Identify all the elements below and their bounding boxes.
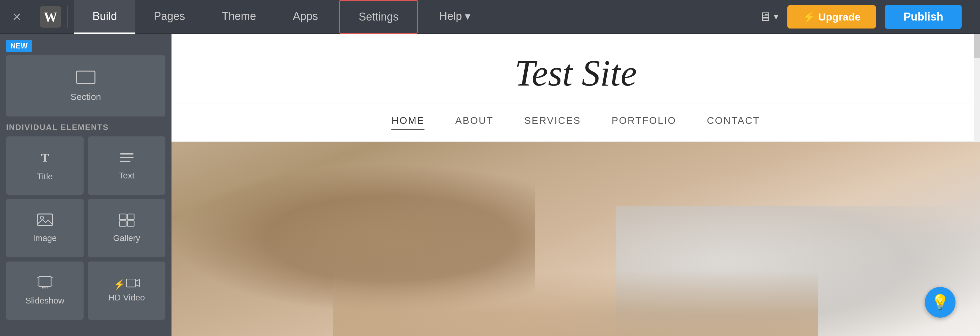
upgrade-button[interactable]: ⚡ Upgrade: [788, 5, 876, 29]
device-chevron: ▾: [774, 12, 778, 22]
individual-elements-label: INDIVIDUAL ELEMENTS: [6, 123, 165, 132]
nav-about[interactable]: ABOUT: [455, 115, 493, 130]
nav-item-settings[interactable]: Settings: [339, 0, 418, 34]
hero-image: [172, 142, 980, 336]
site-title: Test Site: [178, 52, 974, 94]
lightning-icon: ⚡: [114, 279, 125, 290]
publish-button[interactable]: Publish: [885, 5, 962, 29]
svg-rect-15: [51, 278, 53, 285]
image-label: Image: [33, 233, 57, 243]
section-element[interactable]: Section: [6, 55, 165, 117]
nav-item-pages[interactable]: Pages: [135, 0, 204, 34]
text-element[interactable]: Text: [88, 136, 165, 195]
svg-rect-12: [127, 221, 134, 226]
hdvideo-label: HD Video: [108, 293, 145, 302]
preview-area: Test Site HOME ABOUT SERVICES PORTFOLIO …: [172, 34, 980, 336]
section-icon: [75, 70, 97, 89]
svg-rect-11: [119, 221, 126, 226]
title-label: Title: [37, 172, 53, 181]
sidebar: NEW Section INDIVIDUAL ELEMENTS T Title: [0, 34, 172, 336]
svg-rect-14: [37, 278, 39, 285]
scrollbar-thumb[interactable]: [974, 34, 980, 58]
svg-point-17: [44, 286, 46, 288]
image-element[interactable]: Image: [6, 199, 84, 257]
svg-rect-10: [127, 214, 134, 219]
site-nav: HOME ABOUT SERVICES PORTFOLIO CONTACT: [172, 104, 980, 142]
slideshow-element[interactable]: Slideshow: [6, 261, 84, 320]
main-content: NEW Section INDIVIDUAL ELEMENTS T Title: [0, 34, 980, 336]
svg-rect-9: [119, 214, 126, 219]
text-icon: [119, 151, 134, 168]
nav-item-theme[interactable]: Theme: [204, 0, 274, 34]
svg-text:T: T: [41, 151, 49, 164]
nav-items: Build Pages Theme Apps Settings Help ▾: [68, 0, 759, 34]
svg-point-18: [46, 286, 48, 288]
hdvideo-icon: ⚡: [114, 279, 140, 290]
nav-contact[interactable]: CONTACT: [707, 115, 760, 130]
nav-right-actions: 🖥 ▾ ⚡ Upgrade Publish: [759, 5, 980, 29]
slideshow-icon: [37, 276, 54, 293]
svg-text:W: W: [44, 9, 57, 24]
elements-grid: T Title Text: [6, 136, 165, 320]
nav-home[interactable]: HOME: [391, 115, 425, 130]
desktop-icon: 🖥: [759, 10, 772, 24]
slideshow-label: Slideshow: [25, 296, 65, 306]
nav-services[interactable]: SERVICES: [524, 115, 581, 130]
text-label: Text: [119, 171, 134, 181]
nav-item-help[interactable]: Help ▾: [421, 0, 489, 34]
image-icon: [37, 213, 53, 230]
site-header: Test Site: [172, 34, 980, 104]
nav-portfolio[interactable]: PORTFOLIO: [612, 115, 676, 130]
gallery-element[interactable]: Gallery: [88, 199, 165, 257]
svg-rect-19: [126, 279, 136, 287]
gallery-icon: [119, 213, 135, 230]
gallery-label: Gallery: [113, 233, 140, 243]
svg-point-16: [41, 286, 43, 288]
nav-item-build[interactable]: Build: [74, 0, 135, 34]
svg-rect-7: [38, 214, 52, 226]
weebly-logo: W: [34, 6, 67, 27]
title-element[interactable]: T Title: [6, 136, 84, 195]
help-fab-icon: 💡: [931, 294, 950, 311]
title-icon: T: [37, 150, 52, 169]
device-selector[interactable]: 🖥 ▾: [759, 10, 778, 24]
close-button[interactable]: ×: [0, 8, 34, 25]
new-badge: NEW: [6, 40, 32, 52]
hdvideo-element[interactable]: ⚡ HD Video: [88, 261, 165, 320]
svg-rect-13: [39, 277, 51, 286]
nav-item-apps[interactable]: Apps: [274, 0, 336, 34]
section-label: Section: [70, 92, 101, 102]
help-fab-button[interactable]: 💡: [925, 287, 956, 318]
svg-point-8: [40, 216, 43, 219]
svg-rect-2: [76, 71, 95, 83]
top-nav-bar: × W Build Pages Theme Apps Settings Help…: [0, 0, 980, 34]
